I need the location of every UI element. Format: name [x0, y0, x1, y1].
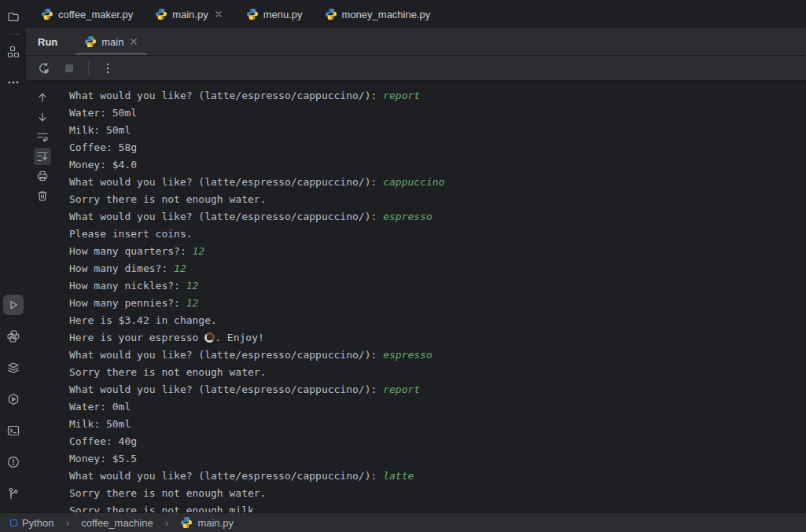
print-icon	[36, 170, 49, 182]
terminal-button[interactable]	[3, 420, 24, 441]
services-icon	[7, 393, 20, 405]
console-output-text: What would you like? (latte/espresso/cap…	[69, 349, 383, 361]
up-arrow-icon	[36, 91, 49, 104]
console-output[interactable]: What would you like? (latte/espresso/cap…	[59, 81, 806, 512]
run-tool-button[interactable]	[3, 295, 24, 315]
interpreter-icon	[10, 519, 17, 526]
console-output-text: Sorry there is not enough milk.	[69, 504, 260, 512]
console-line: Money: $4.0	[69, 156, 806, 174]
python-icon	[41, 8, 53, 20]
console-output-text: How many dimes?:	[69, 262, 174, 274]
scroll-to-end-button[interactable]	[34, 148, 51, 165]
editor-tab-money-machine-py[interactable]: money_machine.py	[314, 0, 442, 28]
console-line: Coffee: 58g	[69, 139, 806, 156]
project-tool-button[interactable]	[3, 6, 24, 27]
packages-icon	[7, 361, 20, 374]
print-button[interactable]	[34, 167, 51, 185]
python-icon	[155, 8, 167, 20]
toolbar-separator	[88, 61, 89, 75]
version-control-button[interactable]	[3, 483, 24, 504]
console-output-text: How many pennies?:	[69, 297, 186, 309]
console-line: What would you like? (latte/espresso/cap…	[69, 208, 806, 226]
editor-tab-coffee-maker-py[interactable]: coffee_maker.py	[30, 0, 144, 28]
console-line: What would you like? (latte/espresso/cap…	[69, 381, 806, 398]
console-line: Milk: 50ml	[69, 416, 806, 433]
rerun-button[interactable]	[34, 58, 54, 79]
console-line: What would you like? (latte/espresso/cap…	[69, 87, 806, 105]
run-session-tab-label: main	[101, 36, 123, 48]
console-line: Coffee: 40g	[69, 433, 806, 450]
chevron-right-icon: ›	[65, 516, 69, 529]
console-output-text: Sorry there is not enough water.	[69, 487, 266, 499]
console-line: Water: 0ml	[69, 398, 806, 416]
python-console-button[interactable]	[3, 326, 24, 347]
console-gutter	[26, 81, 59, 512]
console-line: What would you like? (latte/espresso/cap…	[69, 174, 806, 191]
status-bar: Python›coffee_machine›main.py	[0, 512, 806, 532]
run-panel-title: Run	[26, 36, 57, 48]
console-line: How many quarters?: 12	[69, 243, 806, 260]
jump-to-top-button[interactable]	[34, 89, 51, 106]
console-line: What would you like? (latte/espresso/cap…	[69, 347, 806, 364]
soft-wrap-icon	[36, 130, 49, 143]
console-output-text: What would you like? (latte/espresso/cap…	[69, 470, 383, 482]
console-output-text: How many quarters?:	[69, 245, 193, 257]
sidebar-divider	[6, 34, 20, 35]
soft-wrap-button[interactable]	[34, 128, 51, 145]
editor-tab-label: main.py	[172, 9, 208, 20]
statusbar-item-label: Python	[22, 517, 53, 529]
statusbar-item-python[interactable]: Python	[9, 517, 55, 529]
activity-sidebar	[0, 0, 26, 512]
editor-tab-main-py[interactable]: main.py	[144, 0, 235, 28]
console-output-text: What would you like? (latte/espresso/cap…	[69, 176, 383, 188]
user-input-text: 12	[174, 262, 186, 274]
editor-tab-label: money_machine.py	[342, 9, 431, 20]
user-input-text: 12	[186, 280, 199, 292]
editor-tab-menu-py[interactable]: menu.py	[235, 0, 314, 28]
ide-window: coffee_maker.pymain.pymenu.pymoney_machi…	[0, 0, 806, 532]
breadcrumb: Python›coffee_machine›main.py	[7, 516, 237, 529]
statusbar-item-coffee-machine[interactable]: coffee_machine	[79, 517, 155, 529]
structure-tool-button[interactable]	[3, 42, 24, 62]
services-button[interactable]	[3, 389, 24, 409]
console-output-text: What would you like? (latte/espresso/cap…	[69, 383, 383, 395]
scroll-to-end-icon	[36, 150, 49, 163]
python-icon	[84, 35, 97, 48]
stop-button[interactable]	[59, 58, 79, 79]
problems-button[interactable]	[3, 452, 24, 472]
console-output-text: Please insert coins.	[69, 228, 193, 240]
console-line: Money: $5.5	[69, 450, 806, 468]
console-line: What would you like? (latte/espresso/cap…	[69, 468, 806, 485]
editor-tab-label: coffee_maker.py	[58, 9, 133, 20]
folder-icon	[7, 10, 20, 23]
console-output-text: Sorry there is not enough water.	[69, 193, 266, 205]
console-line: Sorry there is not enough water.	[69, 364, 806, 381]
user-input-text: latte	[383, 470, 414, 482]
statusbar-item-main-py[interactable]: main.py	[178, 516, 235, 529]
run-toolbar	[26, 56, 806, 81]
version-control-icon	[7, 487, 20, 500]
kebab-menu-icon	[101, 62, 114, 75]
coffee-emoji	[204, 332, 215, 343]
console-output-text: Here is $3.42 in change.	[69, 314, 217, 326]
user-input-text: report	[383, 383, 420, 395]
clear-console-button[interactable]	[34, 187, 51, 204]
console-output-text: Water: 0ml	[69, 401, 131, 413]
close-icon[interactable]	[213, 9, 224, 20]
jump-to-bottom-button[interactable]	[34, 108, 51, 126]
more-tool-windows-button[interactable]	[3, 72, 24, 93]
rerun-icon	[38, 62, 50, 75]
console-line: Milk: 50ml	[69, 122, 806, 139]
statusbar-item-label: main.py	[197, 517, 234, 529]
user-input-text: 12	[186, 297, 199, 309]
python-packages-button[interactable]	[3, 358, 24, 378]
console-output-text: Coffee: 40g	[69, 435, 137, 447]
console-output-text: Money: $4.0	[69, 159, 137, 171]
more-options-button[interactable]	[98, 58, 118, 79]
close-icon[interactable]	[128, 36, 139, 47]
down-arrow-icon	[36, 111, 49, 123]
python-icon	[325, 8, 337, 20]
console-output-text: Sorry there is not enough water.	[69, 366, 266, 378]
run-session-tab[interactable]: main	[76, 28, 147, 55]
console-line: Here is your espresso . Enjoy!	[69, 329, 806, 347]
